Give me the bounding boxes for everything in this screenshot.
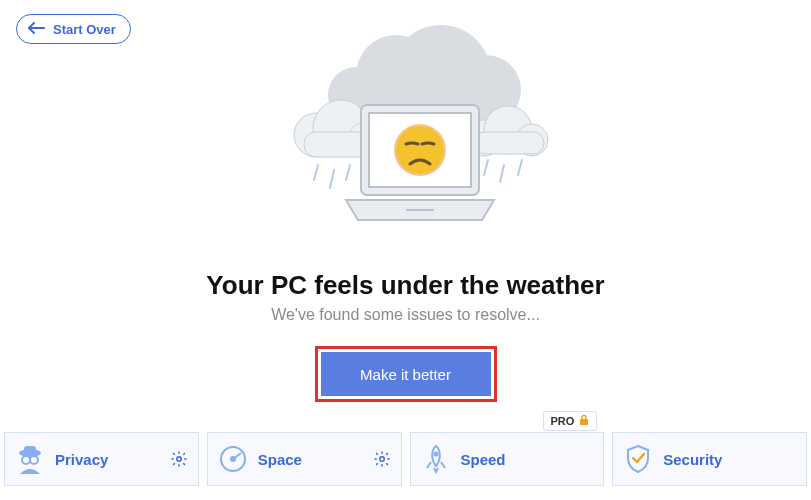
svg-line-19 — [518, 160, 522, 175]
cta-label: Make it better — [360, 366, 451, 383]
svg-rect-13 — [474, 132, 544, 154]
tile-label: Speed — [461, 451, 594, 468]
disk-icon — [218, 445, 248, 473]
svg-point-27 — [22, 456, 30, 464]
svg-point-35 — [433, 452, 438, 457]
gear-icon[interactable] — [373, 450, 391, 468]
pro-badge: PRO — [543, 411, 597, 431]
lock-icon — [578, 414, 590, 428]
tile-space[interactable]: Space — [207, 432, 402, 486]
cta-highlight-frame: Make it better — [315, 346, 497, 402]
svg-line-18 — [500, 165, 504, 182]
svg-point-24 — [396, 126, 444, 174]
svg-line-16 — [346, 165, 350, 180]
tile-speed[interactable]: PRO Speed — [410, 432, 605, 486]
svg-rect-34 — [580, 419, 588, 425]
svg-point-30 — [177, 457, 182, 462]
subline-text: We've found some issues to resolve... — [0, 306, 811, 324]
svg-line-14 — [314, 165, 318, 180]
tile-label: Security — [663, 451, 796, 468]
category-tiles: Privacy Space PRO — [4, 432, 807, 486]
tile-privacy[interactable]: Privacy — [4, 432, 199, 486]
shield-icon — [623, 444, 653, 474]
svg-point-28 — [30, 456, 38, 464]
tile-label: Space — [258, 451, 373, 468]
svg-line-15 — [330, 170, 334, 188]
svg-rect-26 — [24, 446, 36, 453]
hero-illustration — [0, 20, 811, 240]
make-it-better-button[interactable]: Make it better — [321, 352, 491, 396]
svg-point-33 — [379, 457, 384, 462]
spy-icon — [15, 444, 45, 474]
tile-security[interactable]: Security — [612, 432, 807, 486]
gear-icon[interactable] — [170, 450, 188, 468]
tile-label: Privacy — [55, 451, 170, 468]
pro-label: PRO — [550, 415, 574, 427]
headline-text: Your PC feels under the weather — [0, 270, 811, 301]
svg-line-17 — [484, 160, 488, 175]
rocket-icon — [421, 444, 451, 474]
